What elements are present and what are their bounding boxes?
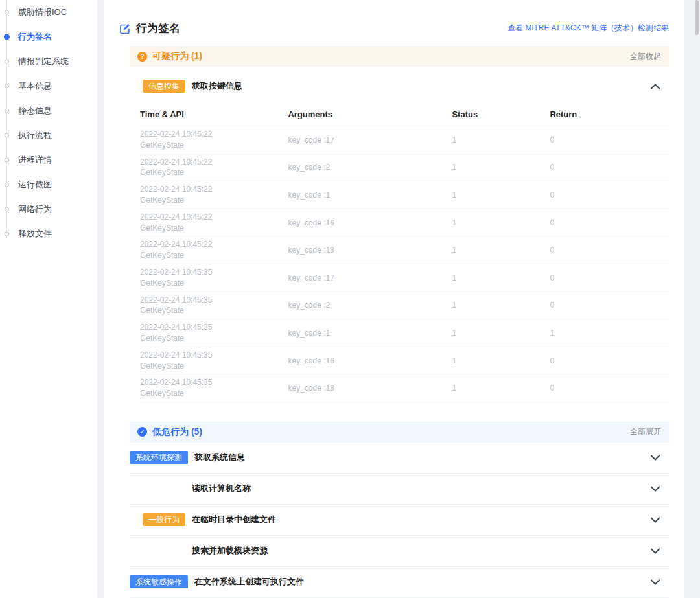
table-row: 2022-02-24 10:45:22GetKeyStatekey_code :… [140,154,669,182]
call-time: 2022-02-24 10:45:35 [140,322,212,333]
low-risk-behavior-row[interactable]: 系统环境探测获取系统信息 [130,443,669,474]
main-content: 行为签名 查看 MITRE ATT&CK™ 矩阵（技术）检测结果 ? 可疑行为 … [97,0,700,598]
low-risk-behavior-row[interactable]: 系统敏感操作在文件系统上创建可执行文件 [130,567,669,598]
behavior-title: 在文件系统上创建可执行文件 [194,576,304,588]
low-risk-section: ✓ 低危行为 (5) 全部展开 系统环境探测获取系统信息读取计算机名称一般行为在… [130,422,669,598]
call-time: 2022-02-24 10:45:22 [140,184,212,195]
cell-status: 1 [452,209,550,236]
call-time: 2022-02-24 10:45:22 [140,212,212,223]
timeline-dot [5,207,9,212]
table-row: 2022-02-24 10:45:35GetKeyStatekey_code :… [140,292,669,320]
sidebar-item[interactable]: 静态信息 [0,98,97,123]
table-row: 2022-02-24 10:45:22GetKeyStatekey_code :… [140,126,669,154]
sidebar-item-label: 网络行为 [18,203,52,215]
expand-all-link[interactable]: 全部展开 [630,426,661,437]
table-row: 2022-02-24 10:45:22GetKeyStatekey_code :… [140,209,669,237]
suspicious-section: ? 可疑行为 (1) 全部收起 信息搜集 获取按键信息 Time & APIAr… [130,46,669,402]
table-row: 2022-02-24 10:45:35GetKeyStatekey_code :… [140,319,669,347]
sidebar: 威胁情报IOC行为签名情报判定系统基本信息静态信息执行流程进程详情运行截图网络行… [0,0,97,598]
sidebar-item[interactable]: 释放文件 [0,222,97,246]
api-name: GetKeyState [140,333,184,344]
sidebar-item[interactable]: 威胁情报IOC [0,0,97,25]
chevron-down-icon[interactable] [648,546,662,557]
timeline-dot [5,109,9,113]
cell-status: 1 [452,319,550,347]
sidebar-item[interactable]: 行为签名 [0,25,97,49]
sidebar-item[interactable]: 进程详情 [0,148,97,172]
sidebar-nav: 威胁情报IOC行为签名情报判定系统基本信息静态信息执行流程进程详情运行截图网络行… [0,0,97,246]
low-risk-behavior-row[interactable]: 一般行为在临时目录中创建文件 [130,505,669,536]
behavior-tag: 系统环境探测 [130,451,188,464]
table-header-cell: Return [550,102,669,126]
cell-arguments: key_code :1 [288,319,452,347]
suspicious-behavior-row[interactable]: 信息搜集 获取按键信息 [130,73,669,99]
sidebar-item[interactable]: 执行流程 [0,123,97,148]
chevron-down-icon[interactable] [648,577,662,588]
cell-time-api: 2022-02-24 10:45:22GetKeyState [140,236,288,264]
behavior-title: 读取计算机名称 [192,483,251,494]
low-risk-section-title: 低危行为 (5) [152,426,202,438]
sidebar-item[interactable]: 运行截图 [0,172,97,197]
cell-arguments: key_code :2 [288,292,452,319]
sidebar-item-label: 释放文件 [18,228,52,240]
timeline-dot [5,158,9,163]
api-call-table: Time & APIArgumentsStatusReturn 2022-02-… [130,102,669,402]
cell-time-api: 2022-02-24 10:45:22GetKeyState [140,126,288,154]
chevron-down-icon[interactable] [648,483,662,494]
low-risk-behavior-row[interactable]: 搜索并加载模块资源 [130,536,669,567]
cell-return: 1 [550,319,669,347]
collapse-all-link[interactable]: 全部收起 [630,51,661,62]
call-time: 2022-02-24 10:45:22 [140,239,212,250]
behavior-title: 获取按键信息 [192,80,242,92]
report-card: 行为签名 查看 MITRE ATT&CK™ 矩阵（技术）检测结果 ? 可疑行为 … [104,0,684,598]
cell-status: 1 [452,374,550,402]
behavior-tag: 系统敏感操作 [130,575,188,588]
low-risk-behavior-row[interactable]: 读取计算机名称 [130,474,669,505]
call-time: 2022-02-24 10:45:22 [140,157,212,168]
cell-return: 0 [550,236,669,264]
timeline-dot [5,133,9,138]
suspicious-section-header: ? 可疑行为 (1) 全部收起 [130,46,669,67]
card-header: 行为签名 查看 MITRE ATT&CK™ 矩阵（技术）检测结果 [119,21,669,36]
timeline-dot [5,60,9,64]
table-row: 2022-02-24 10:45:35GetKeyStatekey_code :… [140,347,669,375]
table-header-cell: Time & API [140,102,288,126]
table-row: 2022-02-24 10:45:22GetKeyStatekey_code :… [140,181,669,209]
cell-status: 1 [452,181,550,209]
sidebar-item-label: 威胁情报IOC [18,6,67,18]
cell-arguments: key_code :2 [288,154,452,181]
chevron-up-icon[interactable] [648,81,662,92]
cell-return: 0 [550,347,669,374]
api-name: GetKeyState [140,388,184,399]
sidebar-item-label: 进程详情 [18,154,52,166]
chevron-down-icon[interactable] [648,452,662,463]
low-risk-behavior-list: 系统环境探测获取系统信息读取计算机名称一般行为在临时目录中创建文件搜索并加载模块… [130,443,669,598]
api-name: GetKeyState [140,167,184,178]
cell-return: 0 [550,209,669,236]
behavior-title: 在临时目录中创建文件 [192,514,276,525]
chevron-down-icon[interactable] [648,514,662,525]
sidebar-item[interactable]: 情报判定系统 [0,49,97,74]
cell-arguments: key_code :16 [288,209,452,236]
sidebar-item[interactable]: 网络行为 [0,197,97,222]
cell-return: 0 [550,181,669,209]
behavior-tag: 一般行为 [143,513,185,526]
check-circle-icon: ✓ [137,427,147,437]
cell-arguments: key_code :17 [288,264,452,292]
api-name: GetKeyState [140,195,184,206]
behavior-tag-box: 系统环境探测 [130,451,188,464]
timeline-dot [4,34,10,40]
mitre-attck-link[interactable]: 查看 MITRE ATT&CK™ 矩阵（技术）检测结果 [508,23,669,34]
sidebar-item[interactable]: 基本信息 [0,74,97,98]
api-name: GetKeyState [140,305,184,316]
table-header-cell: Status [452,102,550,126]
timeline-dot [5,232,9,236]
suspicious-section-title: 可疑行为 (1) [152,51,202,62]
cell-time-api: 2022-02-24 10:45:35GetKeyState [140,374,288,402]
cell-arguments: key_code :17 [288,126,452,154]
behavior-tag: 信息搜集 [143,80,185,93]
scrollbar-thumb[interactable] [695,0,699,35]
behavior-title: 获取系统信息 [194,452,245,463]
api-name: GetKeyState [140,223,184,234]
cell-status: 1 [452,264,550,292]
